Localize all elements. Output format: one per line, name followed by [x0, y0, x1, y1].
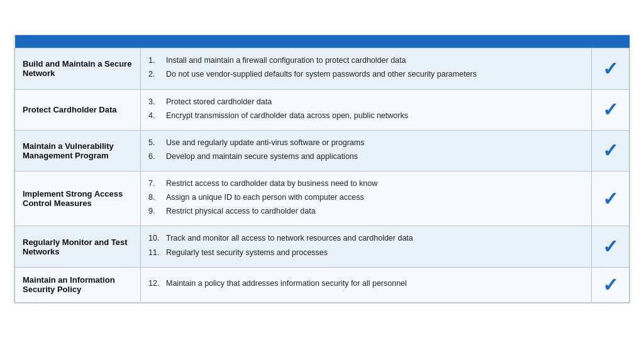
list-item: 6.Develop and maintain secure systems an…	[148, 151, 584, 162]
checkmark-icon: ✓	[602, 58, 618, 80]
category-cell: Build and Maintain a Secure Network	[15, 48, 141, 89]
list-item: 10.Track and monitor all access to netwo…	[148, 232, 584, 244]
details-cell: 3.Protect stored cardholder data4.Encryp…	[141, 89, 592, 130]
check-cell: ✓	[592, 48, 630, 89]
checkmark-icon: ✓	[602, 188, 618, 210]
details-cell: 5.Use and regularly update anti-virus so…	[141, 130, 592, 171]
category-cell: Maintain an Information Security Policy	[15, 267, 141, 302]
checkmark-icon: ✓	[602, 236, 618, 258]
details-cell: 7.Restrict access to cardholder data by …	[141, 172, 592, 226]
list-item: 9.Restrict physical access to cardholder…	[148, 205, 584, 217]
list-item: 5.Use and regularly update anti-virus so…	[148, 137, 584, 148]
table-row: Regularly Monitor and Test Networks10.Tr…	[15, 226, 630, 267]
category-cell: Maintain a Vulnerability Management Prog…	[15, 130, 141, 171]
category-cell: Implement Strong Access Control Measures	[15, 172, 141, 226]
table-row: Protect Cardholder Data3.Protect stored …	[15, 89, 630, 130]
check-cell: ✓	[592, 226, 630, 267]
table-header	[15, 35, 630, 48]
pci-dss-table: Build and Maintain a Secure Network1.Ins…	[14, 35, 630, 303]
table-title	[15, 35, 630, 48]
check-cell: ✓	[592, 130, 630, 171]
list-item: 12.Maintain a policy that addresses info…	[148, 278, 584, 289]
checkmark-icon: ✓	[602, 139, 618, 161]
details-cell: 12.Maintain a policy that addresses info…	[141, 267, 592, 302]
check-cell: ✓	[592, 267, 630, 302]
table-row: Build and Maintain a Secure Network1.Ins…	[15, 48, 630, 89]
table-row: Implement Strong Access Control Measures…	[15, 172, 630, 226]
table-row: Maintain a Vulnerability Management Prog…	[15, 130, 630, 171]
details-cell: 1.Install and maintain a firewall config…	[141, 48, 592, 89]
checkmark-icon: ✓	[602, 274, 618, 296]
list-item: 3.Protect stored cardholder data	[148, 96, 584, 107]
list-item: 2.Do not use vendor-supplied defaults fo…	[148, 68, 584, 80]
table-row: Maintain an Information Security Policy1…	[15, 267, 630, 302]
list-item: 8.Assign a unique ID to each person with…	[148, 192, 584, 203]
list-item: 1.Install and maintain a firewall config…	[148, 55, 584, 66]
category-cell: Regularly Monitor and Test Networks	[15, 226, 141, 267]
list-item: 7.Restrict access to cardholder data by …	[148, 178, 584, 189]
checkmark-icon: ✓	[602, 99, 618, 121]
list-item: 11.Regularly test security systems and p…	[148, 247, 584, 258]
category-cell: Protect Cardholder Data	[15, 89, 141, 130]
check-cell: ✓	[592, 172, 630, 226]
check-cell: ✓	[592, 89, 630, 130]
details-cell: 10.Track and monitor all access to netwo…	[141, 226, 592, 267]
list-item: 4.Encrypt transmission of cardholder dat…	[148, 110, 584, 121]
